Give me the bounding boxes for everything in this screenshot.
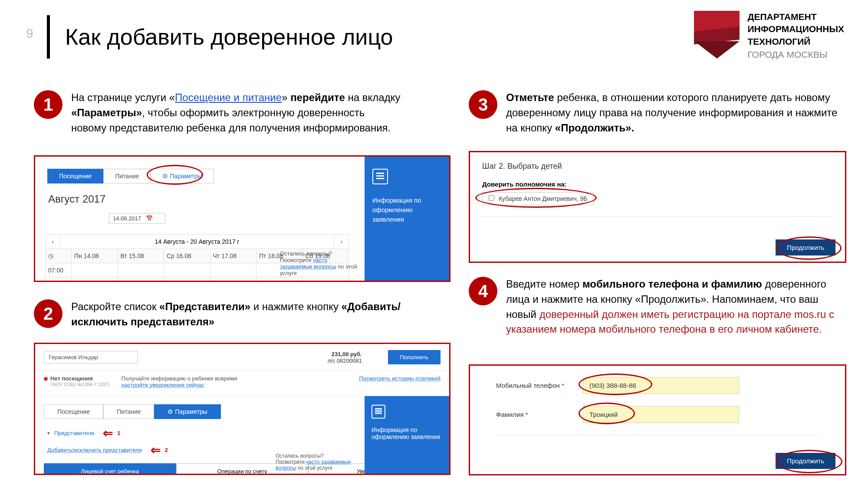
prev-week-button[interactable]: ‹ — [46, 235, 60, 249]
faq-block: Остались вопросы? Посмотрите часто задав… — [276, 453, 358, 471]
child-checkbox[interactable] — [489, 195, 494, 201]
step-badge-2: 2 — [34, 299, 62, 328]
no-visit-status: Нет посещения — [44, 375, 93, 382]
document-icon — [372, 169, 388, 184]
slide-number: 9 — [26, 26, 33, 41]
child-chip[interactable]: Кубарев Антон Дмитриевич, 9Б — [482, 192, 594, 205]
tab-meals[interactable]: Питание — [103, 404, 154, 419]
reps-link[interactable]: Представители — [54, 430, 94, 436]
calendar-week-header: ‹ 14 Августа - 20 Августа 2017 г › — [45, 234, 349, 249]
arrow-icon: ⇐ — [151, 443, 161, 457]
clock-icon: ◷ — [46, 249, 72, 263]
step-1: 1 На странице услуги «Посещение и питани… — [34, 90, 403, 135]
step-badge-3: 3 — [469, 90, 497, 119]
balance: 231,00 руб. л/с 08200081 — [328, 351, 362, 364]
continue-button[interactable]: Продолжить — [776, 239, 835, 255]
screenshot-2: Герасимов Ильдар 231,00 руб. л/с 0820008… — [34, 343, 450, 475]
step-badge-4: 4 — [469, 277, 497, 305]
screenshot-4: Мобильный телефон * Фамилия * Продолжить — [469, 364, 846, 475]
add-rep-link[interactable]: Добавить/исключить представителя — [47, 447, 142, 453]
lastname-input[interactable] — [583, 406, 739, 423]
slide-title: Как добавить доверенное лицо — [65, 24, 393, 50]
date-picker[interactable]: 14.08.2017 📅 — [109, 213, 165, 224]
step-3-text: Отметьте ребенка, в отношении которого п… — [506, 90, 846, 135]
next-week-button[interactable]: › — [334, 235, 349, 249]
tab-visiting[interactable]: Посещение — [47, 169, 103, 183]
tab-visiting[interactable]: Посещение — [44, 404, 103, 419]
history-link[interactable]: Посмотреть историю платежей — [359, 375, 441, 388]
configure-link[interactable]: настройте уведомления сейчас — [122, 382, 204, 388]
title-bar: Как добавить доверенное лицо — [47, 15, 393, 59]
info-sidebar: Информация по оформлению заявления — [365, 157, 449, 281]
step-badge-1: 1 — [34, 90, 62, 119]
tab-settings[interactable]: ⚙ Параметры — [154, 404, 221, 419]
subtab-account[interactable]: Лицевой счет ребенка — [44, 463, 176, 475]
step-1-text: На странице услуги «Посещение и питание»… — [71, 90, 403, 135]
step-2-text: Раскройте список «Представители» и нажми… — [71, 299, 403, 330]
topup-button[interactable]: Пополнить — [388, 350, 441, 364]
lastname-label: Фамилия * — [496, 411, 583, 418]
phone-label: Мобильный телефон * — [496, 382, 583, 389]
child-select[interactable]: Герасимов Ильдар — [44, 351, 138, 364]
chevron-down-icon[interactable]: ▾ — [47, 430, 50, 436]
service-link[interactable]: Посещение и питание — [175, 92, 282, 103]
logo-text: ДЕПАРТАМЕНТ ИНФОРМАЦИОННЫХ ТЕХНОЛОГИЙ ГО… — [747, 11, 844, 61]
dit-logo: ДЕПАРТАМЕНТ ИНФОРМАЦИОННЫХ ТЕХНОЛОГИЙ ГО… — [694, 11, 844, 61]
arrow-icon: ⇐ — [103, 426, 113, 440]
info-sidebar: Информация по оформлению заявления — [365, 396, 449, 474]
step-3: 3 Отметьте ребенка, в отношении которого… — [469, 90, 846, 135]
step-4: 4 Введите номер мобильного телефона и фа… — [469, 277, 846, 337]
step-4-text: Введите номер мобильного телефона и фами… — [506, 277, 846, 337]
step-heading: Шаг 2. Выбрать детей — [482, 162, 833, 171]
screenshot-3: Шаг 2. Выбрать детей Доверить полномочия… — [469, 151, 846, 263]
continue-button[interactable]: Продолжить — [776, 453, 835, 469]
tab-settings[interactable]: ⚙ Параметры — [151, 169, 214, 183]
shield-icon — [694, 11, 740, 59]
faq-block: Остались вопросы? Посмотрите часто задав… — [280, 250, 358, 276]
step-2: 2 Раскройте список «Представители» и наж… — [34, 299, 403, 330]
tab-meals[interactable]: Питание — [103, 169, 151, 183]
document-icon — [372, 405, 385, 419]
phone-input[interactable] — [583, 377, 739, 394]
screenshot-1: Посещение Питание ⚙ Параметры Август 201… — [34, 155, 450, 282]
delegate-label: Доверить полномочия на: — [482, 180, 833, 188]
